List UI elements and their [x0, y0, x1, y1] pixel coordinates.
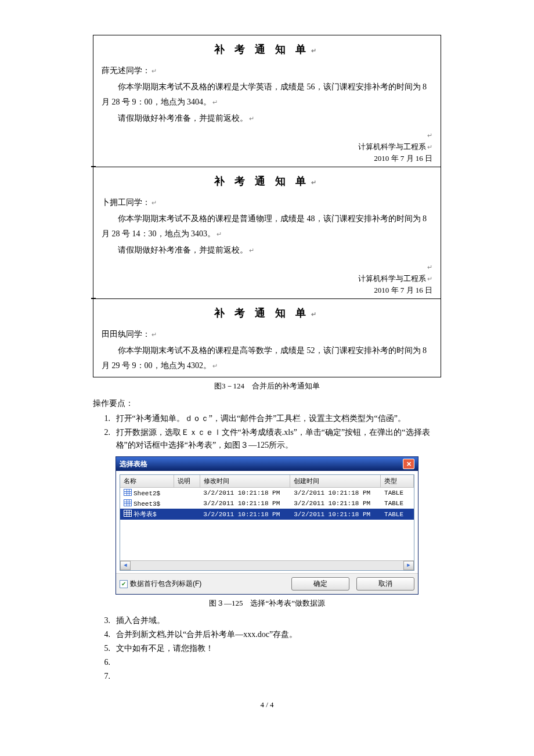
para-mark-icon: ↵ — [427, 132, 432, 139]
step-item: 文中如有不足，请您指教！ — [113, 642, 441, 655]
col-desc[interactable]: 说明 — [174, 475, 200, 487]
horizontal-scrollbar[interactable]: ◄ ► — [120, 560, 414, 570]
dialog-body: 名称 说明 修改时间 创建时间 类型 Sheet2$ 3/2/2011 10:2… — [116, 471, 418, 573]
greeting-line: 卜拥工同学：↵ — [102, 195, 432, 210]
title-text: 补 考 通 知 单 — [214, 175, 309, 187]
row-cre: 3/2/2011 10:21:18 PM — [290, 488, 381, 498]
notice-title: 补 考 通 知 单↵ — [102, 306, 432, 320]
para-mark-icon: ↵ — [249, 247, 254, 254]
body2: 请假期做好补考准备，并提前返校。 — [118, 114, 248, 123]
sig-dept: 计算机科学与工程系 — [358, 274, 426, 283]
row-desc — [174, 513, 200, 516]
para-mark-icon: ↵ — [212, 99, 218, 106]
row-typ: TABLE — [381, 510, 414, 519]
step-item: 打开“补考通知单。ｄｏｃ”，调出“邮件合并”工具栏，设置主文档类型为“信函”。 — [113, 412, 441, 425]
row-name: Sheet3$ — [134, 501, 160, 507]
row-mod: 3/2/2011 10:21:18 PM — [200, 499, 290, 508]
steps-list-a: 打开“补考通知单。ｄｏｃ”，调出“邮件合并”工具栏，设置主文档类型为“信函”。 … — [93, 412, 441, 452]
figure-caption-1: 图3－124 合并后的补考通知单 — [93, 381, 441, 391]
notice-3: 补 考 通 知 单↵ 田田纨同学：↵ 你本学期期末考试不及格的课程是高等数学，成… — [93, 299, 441, 377]
close-icon[interactable]: ✕ — [403, 459, 414, 469]
ops-heading: 操作要点： — [93, 397, 441, 410]
para-mark-icon: ↵ — [427, 264, 432, 271]
body-text: 你本学期期末考试不及格的课程是大学英语，成绩是 56，该门课程安排补考的时间为 … — [102, 80, 432, 110]
scroll-left-icon[interactable]: ◄ — [120, 561, 131, 570]
body-text-2: 请假期做好补考准备，并提前返校。↵ — [102, 111, 432, 126]
dialog-titlebar[interactable]: 选择表格 ✕ — [116, 457, 418, 471]
step-item — [113, 656, 441, 669]
greeting-line: 田田纨同学：↵ — [102, 327, 432, 342]
dialog-footer: ✔ 数据首行包含列标题(F) 确定 取消 — [116, 573, 418, 594]
notice-2: 补 考 通 知 单↵ 卜拥工同学：↵ 你本学期期末考试不及格的课程是普通物理，成… — [93, 167, 441, 299]
row-typ: TABLE — [381, 488, 414, 498]
para-mark-icon: ↵ — [427, 143, 432, 150]
table-icon — [124, 499, 132, 506]
para-mark-icon: ↵ — [151, 331, 157, 338]
table-icon — [124, 489, 132, 496]
para-mark-icon: ↵ — [311, 311, 320, 318]
para-mark-icon: ↵ — [249, 115, 254, 122]
body-text: 你本学期期末考试不及格的课程是高等数学，成绩是 52，该门课程安排补考的时间为 … — [102, 343, 432, 373]
para-mark-icon: ↵ — [151, 199, 157, 206]
notice-title: 补 考 通 知 单↵ — [102, 174, 432, 188]
col-created[interactable]: 创建时间 — [290, 475, 380, 487]
select-table-dialog: 选择表格 ✕ 名称 说明 修改时间 创建时间 类型 Sheet2$ 3/2/20… — [116, 456, 418, 595]
figure-caption-2: 图３—125 选择“补考表”做数据源 — [93, 598, 441, 609]
para-mark-icon: ↵ — [151, 67, 157, 74]
para-mark-icon: ↵ — [311, 47, 320, 54]
title-text: 补 考 通 知 单 — [214, 307, 309, 319]
col-type[interactable]: 类型 — [381, 475, 414, 487]
step-item: 合并到新文档,并以“合并后补考单—xxx.doc”存盘。 — [113, 628, 441, 641]
para-mark-icon: ↵ — [217, 231, 222, 237]
row-desc — [174, 492, 200, 494]
row-name: 补考表$ — [134, 511, 157, 518]
para-mark-icon: ↵ — [427, 275, 432, 282]
step-item: 打开数据源，选取Ｅｘｃｅｌ文件“补考成绩表.xls”，单击“确定”按钮，在弹出的… — [113, 426, 441, 452]
checkbox-label: 数据首行包含列标题(F) — [130, 579, 201, 589]
row-desc — [174, 502, 200, 505]
row-name: Sheet2$ — [134, 490, 160, 497]
list-item[interactable]: Sheet3$ 3/2/2011 10:21:18 PM 3/2/2011 10… — [120, 498, 414, 509]
sig-date: 2010 年 7 月 16 日 — [374, 154, 432, 163]
first-row-header-checkbox[interactable]: ✔ 数据首行包含列标题(F) — [120, 579, 201, 589]
greeting-line: 薛无述同学：↵ — [102, 63, 432, 78]
steps-list-b: 插入合并域。 合并到新文档,并以“合并后补考单—xxx.doc”存盘。 文中如有… — [93, 614, 441, 683]
signature-block: ↵ 计算机科学与工程系↵ 2010 年 7 月 16 日 — [102, 261, 432, 296]
table-list: 名称 说明 修改时间 创建时间 类型 Sheet2$ 3/2/2011 10:2… — [120, 474, 414, 571]
signature-block: ↵ 计算机科学与工程系↵ 2010 年 7 月 16 日 — [102, 129, 432, 164]
row-mod: 3/2/2011 10:21:18 PM — [200, 488, 290, 498]
student-name: 薛无述同学： — [102, 66, 150, 75]
page-number: 4 / 4 — [93, 700, 441, 710]
notice-title: 补 考 通 知 单↵ — [102, 42, 432, 56]
title-text: 补 考 通 知 单 — [214, 44, 309, 55]
scroll-right-icon[interactable]: ► — [403, 561, 414, 570]
col-modified[interactable]: 修改时间 — [200, 475, 290, 487]
body1: 你本学期期末考试不及格的课程是大学英语，成绩是 56，该门课程安排补考的时间为 … — [102, 82, 427, 106]
para-mark-icon: ↵ — [311, 179, 320, 186]
list-item[interactable]: Sheet2$ 3/2/2011 10:21:18 PM 3/2/2011 10… — [120, 488, 414, 498]
table-icon — [124, 510, 132, 517]
step-item: 插入合并域。 — [113, 614, 441, 627]
row-mod: 3/2/2011 10:21:18 PM — [200, 510, 290, 519]
separator-tick-icon — [91, 167, 96, 168]
body1: 你本学期期末考试不及格的课程是普通物理，成绩是 48，该门课程安排补考的时间为 … — [102, 214, 427, 238]
sig-date: 2010 年 7 月 16 日 — [374, 286, 432, 294]
sig-dept: 计算机科学与工程系 — [358, 142, 426, 151]
separator-tick-icon — [91, 298, 96, 300]
list-empty-area — [120, 520, 414, 560]
step-item — [113, 670, 441, 683]
para-mark-icon: ↵ — [212, 362, 218, 369]
cancel-button[interactable]: 取消 — [356, 577, 414, 591]
body-text-2: 请假期做好补考准备，并提前返校。↵ — [102, 243, 432, 258]
student-name: 卜拥工同学： — [102, 198, 150, 207]
col-name[interactable]: 名称 — [120, 475, 174, 487]
ok-button[interactable]: 确定 — [291, 577, 349, 591]
dialog-title-text: 选择表格 — [120, 459, 147, 469]
list-item-selected[interactable]: 补考表$ 3/2/2011 10:21:18 PM 3/2/2011 10:21… — [120, 509, 414, 520]
row-typ: TABLE — [381, 499, 414, 508]
list-header: 名称 说明 修改时间 创建时间 类型 — [120, 475, 414, 488]
body1: 你本学期期末考试不及格的课程是高等数学，成绩是 52，该门课程安排补考的时间为 … — [102, 346, 427, 370]
student-name: 田田纨同学： — [102, 330, 150, 339]
notice-1: 补 考 通 知 单↵ 薛无述同学：↵ 你本学期期末考试不及格的课程是大学英语，成… — [93, 35, 441, 167]
row-cre: 3/2/2011 10:21:18 PM — [290, 499, 381, 508]
